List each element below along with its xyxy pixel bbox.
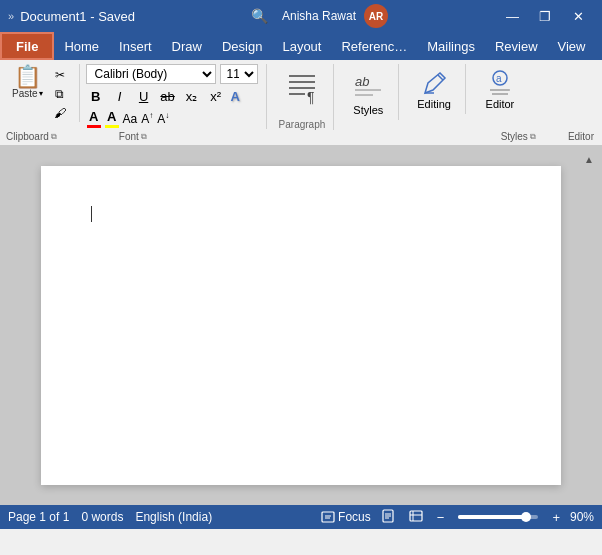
italic-button[interactable]: I xyxy=(110,86,130,106)
bold-button[interactable]: B xyxy=(86,86,106,106)
title-bar-center: 🔍 Anisha Rawat AR xyxy=(245,4,388,28)
zoom-level: 90% xyxy=(570,510,594,524)
focus-label: Focus xyxy=(338,510,371,524)
editor-button[interactable]: a Editor xyxy=(478,64,522,114)
case-switcher-button[interactable]: Aa xyxy=(122,111,139,127)
avatar: AR xyxy=(364,4,388,28)
editor-label: Editor xyxy=(486,98,515,110)
paste-dropdown-arrow: ▾ xyxy=(39,89,43,98)
editor-group-label: Editor xyxy=(568,131,594,142)
underline-button[interactable]: U xyxy=(134,86,154,106)
zoom-fill xyxy=(458,515,524,519)
font-family-selector[interactable]: Calibri (Body) xyxy=(86,64,216,84)
font-format-row: B I U ab x₂ x² A xyxy=(86,86,258,106)
ribbon-groups-row: 📋 Paste ▾ ✂ ⧉ 🖌 Calibri (Body) xyxy=(0,60,602,130)
close-button[interactable]: ✕ xyxy=(563,5,594,28)
user-name-label: Anisha Rawat xyxy=(282,9,356,23)
paragraph-button[interactable]: ¶ xyxy=(283,64,321,117)
menu-bar: File Home Insert Draw Design Layout Refe… xyxy=(0,32,602,60)
styles-button[interactable]: ab Styles xyxy=(346,64,390,120)
paste-icon: 📋 xyxy=(14,66,41,88)
editing-button[interactable]: Editing xyxy=(411,64,457,114)
title-bar-left: » Document1 - Saved xyxy=(8,9,135,24)
clipboard-label: Clipboard xyxy=(6,131,49,142)
zoom-in-button[interactable]: + xyxy=(548,508,564,527)
editor-icon: a xyxy=(486,68,514,98)
help-menu-item[interactable]: Help xyxy=(595,32,602,60)
ribbon: 📋 Paste ▾ ✂ ⧉ 🖌 Calibri (Body) xyxy=(0,60,602,146)
restore-button[interactable]: ❐ xyxy=(531,5,559,28)
status-bar-right: Focus − + 90% xyxy=(321,507,594,528)
zoom-slider[interactable] xyxy=(458,515,538,519)
paste-label: Paste xyxy=(12,88,38,99)
zoom-thumb xyxy=(521,512,531,522)
print-layout-button[interactable] xyxy=(377,507,399,528)
page-info[interactable]: Page 1 of 1 xyxy=(8,510,69,524)
styles-group: ab Styles xyxy=(338,64,399,120)
paste-button[interactable]: 📋 Paste ▾ xyxy=(8,64,47,101)
clipboard-group-label-row: Clipboard ⧉ xyxy=(6,131,59,142)
font-size-decrease-button[interactable]: A↓ xyxy=(156,110,170,127)
font-label: Font xyxy=(119,131,139,142)
quick-access-chevron[interactable]: » xyxy=(8,10,14,22)
review-menu-item[interactable]: Review xyxy=(485,32,548,60)
file-menu-item[interactable]: File xyxy=(0,32,54,60)
home-menu-item[interactable]: Home xyxy=(54,32,109,60)
superscript-button[interactable]: x² xyxy=(206,86,226,106)
focus-button[interactable]: Focus xyxy=(321,510,371,524)
editor-group-label-row: Editor xyxy=(568,131,596,142)
document-title: Document1 - Saved xyxy=(20,9,135,24)
title-search-button[interactable]: 🔍 xyxy=(245,6,274,26)
text-effects-button[interactable]: A xyxy=(230,88,241,105)
paragraph-icon: ¶ xyxy=(287,68,317,108)
font-expand-icon[interactable]: ⧉ xyxy=(141,132,147,142)
draw-menu-item[interactable]: Draw xyxy=(162,32,212,60)
font-color-row: A A Aa A↑ A↓ xyxy=(86,108,258,129)
clipboard-group: 📋 Paste ▾ ✂ ⧉ 🖌 xyxy=(6,64,80,122)
language-label[interactable]: English (India) xyxy=(135,510,212,524)
svg-text:a: a xyxy=(496,73,502,84)
font-group: Calibri (Body) 11 B I U ab x₂ x² A A xyxy=(84,64,267,129)
format-painter-button[interactable]: 🖌 xyxy=(49,104,71,122)
zoom-out-button[interactable]: − xyxy=(433,508,449,527)
highlight-color-button[interactable]: A xyxy=(104,108,120,129)
title-bar-right: — ❐ ✕ xyxy=(498,5,594,28)
status-bar: Page 1 of 1 0 words English (India) Focu… xyxy=(0,505,602,529)
clipboard-content: 📋 Paste ▾ ✂ ⧉ 🖌 xyxy=(8,64,71,122)
title-bar: » Document1 - Saved 🔍 Anisha Rawat AR — … xyxy=(0,0,602,32)
subscript-button[interactable]: x₂ xyxy=(182,86,202,106)
ribbon-collapse-button[interactable]: ▲ xyxy=(584,154,594,165)
focus-icon xyxy=(321,511,335,523)
editing-label: Editing xyxy=(417,98,451,110)
svg-rect-21 xyxy=(410,511,422,521)
styles-icon: ab xyxy=(353,68,383,104)
font-group-label-row: Font ⧉ xyxy=(119,131,149,142)
svg-rect-14 xyxy=(322,512,334,522)
word-count[interactable]: 0 words xyxy=(81,510,123,524)
cut-button[interactable]: ✂ xyxy=(49,66,71,84)
design-menu-item[interactable]: Design xyxy=(212,32,272,60)
clipboard-expand-icon[interactable]: ⧉ xyxy=(51,132,57,142)
font-size-increase-button[interactable]: A↑ xyxy=(140,110,154,127)
insert-menu-item[interactable]: Insert xyxy=(109,32,162,60)
font-selector-row: Calibri (Body) 11 xyxy=(86,64,258,84)
document-area[interactable] xyxy=(0,146,602,505)
minimize-button[interactable]: — xyxy=(498,5,527,28)
layout-menu-item[interactable]: Layout xyxy=(272,32,331,60)
text-cursor xyxy=(91,206,92,222)
styles-expand-icon[interactable]: ⧉ xyxy=(530,132,536,142)
mailings-menu-item[interactable]: Mailings xyxy=(417,32,485,60)
font-color-button[interactable]: A xyxy=(86,108,102,129)
view-menu-item[interactable]: View xyxy=(548,32,596,60)
paragraph-group: ¶ Paragraph xyxy=(271,64,335,130)
strikethrough-button[interactable]: ab xyxy=(158,86,178,106)
styles-label: Styles xyxy=(353,104,383,116)
editor-group: a Editor xyxy=(470,64,530,114)
font-size-selector[interactable]: 11 xyxy=(220,64,258,84)
copy-button[interactable]: ⧉ xyxy=(49,85,71,103)
editing-icon xyxy=(420,68,448,98)
document-page[interactable] xyxy=(41,166,561,485)
references-menu-item[interactable]: Referenc… xyxy=(331,32,417,60)
styles-group-label-row: Styles ⧉ xyxy=(501,131,538,142)
web-layout-button[interactable] xyxy=(405,507,427,528)
